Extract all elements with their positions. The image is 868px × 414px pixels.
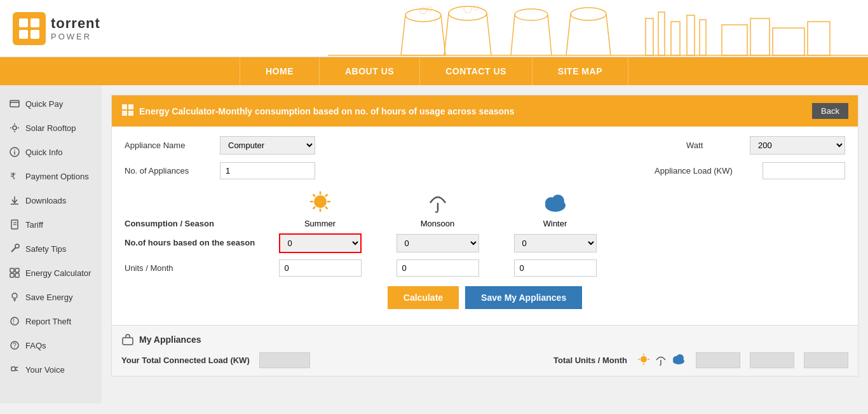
svg-point-48 (15, 244, 19, 248)
main-layout: Quick Pay Solar Rooftop Quick Info ₹ Pay… (0, 85, 868, 403)
svg-rect-66 (128, 111, 133, 116)
sidebar-item-saveenergy[interactable]: Save Energy (0, 285, 102, 309)
hours-row: No.of hours based on the season 0 1 2 3 … (125, 233, 845, 253)
svg-rect-25 (808, 22, 830, 55)
sidebar-label: Payment Options (25, 172, 89, 181)
svg-text:₹: ₹ (10, 171, 16, 181)
total-load-input[interactable] (259, 352, 310, 368)
logo-icon (13, 12, 46, 45)
summer-units-input[interactable] (279, 259, 362, 277)
winter-units-input[interactable] (514, 259, 597, 277)
svg-rect-51 (10, 273, 14, 277)
total-units-label: Total Units / Month (553, 355, 627, 365)
sidebar-label: Downloads (25, 196, 66, 205)
summer-hours-select[interactable]: 0 1 2 3 4 5 6 7 8 (279, 233, 362, 253)
rupee-icon: ₹ (9, 170, 20, 182)
umbrella-icon (425, 189, 451, 216)
cloud-icon (541, 191, 569, 216)
svg-rect-3 (31, 30, 39, 39)
logo-text: torrent POWER (51, 15, 100, 41)
sidebar-item-solar[interactable]: Solar Rooftop (0, 116, 102, 140)
svg-line-73 (325, 207, 328, 209)
watt-label: Watt (686, 141, 737, 150)
calculate-button[interactable]: Calculate (388, 286, 459, 309)
sidebar-item-faqs[interactable]: ? FAQs (0, 333, 102, 357)
summer-col-header: Summer (261, 189, 379, 228)
monsoon-hours-select[interactable]: 0 1 2 (397, 234, 479, 252)
svg-line-13 (548, 15, 552, 55)
monsoon-units-cell (379, 259, 496, 277)
summer-hours-cell: 0 1 2 3 4 5 6 7 8 (261, 233, 379, 253)
svg-rect-2 (19, 30, 28, 39)
svg-text:!: ! (13, 318, 15, 325)
sidebar-item-payment[interactable]: ₹ Payment Options (0, 164, 102, 188)
sidebar-item-yourvoice[interactable]: Your Voice (0, 357, 102, 382)
back-button[interactable]: Back (812, 103, 848, 119)
sidebar-item-quickpay[interactable]: Quick Pay (0, 92, 102, 116)
sidebar-item-quickinfo[interactable]: Quick Info (0, 140, 102, 164)
monsoon-label: Monsoon (421, 219, 454, 228)
sidebar-item-reporttheft[interactable]: ! Report Theft (0, 309, 102, 333)
my-appliances-header: My Appliances (121, 333, 848, 346)
svg-rect-19 (671, 22, 680, 55)
season-section: Consumption / Season (125, 189, 845, 277)
svg-point-53 (12, 293, 17, 298)
bulb-icon (9, 291, 20, 303)
svg-line-10 (487, 13, 491, 55)
monsoon-col-header: Monsoon (379, 189, 496, 228)
summer-total-input[interactable] (696, 352, 740, 368)
download-icon (9, 195, 20, 206)
appliance-load-input[interactable] (763, 162, 845, 179)
svg-line-16 (606, 14, 611, 55)
svg-point-40 (14, 149, 15, 151)
total-load-label: Your Total Connected Load (KW) (121, 355, 250, 365)
brand-name-bottom: POWER (51, 32, 100, 41)
appliances-count-row: No. of Appliances Appliance Load (KW) (125, 162, 845, 179)
svg-rect-49 (10, 268, 14, 272)
svg-line-75 (313, 207, 315, 209)
svg-rect-22 (722, 25, 747, 55)
nav-sitemap[interactable]: SITE MAP (532, 57, 628, 85)
watt-select[interactable]: 200 100 300 (750, 136, 845, 155)
sidebar-label: Save Energy (25, 293, 72, 302)
svg-rect-65 (122, 111, 127, 116)
svg-rect-63 (122, 104, 127, 109)
totals-row: Your Total Connected Load (KW) Total Uni… (121, 352, 848, 368)
monsoon-total-input[interactable] (750, 352, 794, 368)
calc-body: Appliance Name Computer Fan AC Light Wat… (112, 127, 858, 322)
content-area: Energy Calculator-Monthly consumption ba… (102, 85, 868, 403)
brand-name-top: torrent (51, 15, 100, 32)
nav-home[interactable]: HOME (240, 57, 320, 85)
no-of-appliances-input[interactable] (220, 162, 315, 179)
sidebar-item-safety[interactable]: Safety Tips (0, 237, 102, 261)
sidebar-item-tariff[interactable]: Tariff (0, 212, 102, 237)
nav-contact[interactable]: CONTACT US (420, 57, 532, 85)
save-appliances-button[interactable]: Save My Appliances (465, 286, 582, 309)
hours-label: No.of hours based on the season (125, 238, 261, 249)
svg-line-5 (401, 15, 405, 55)
appliance-name-select[interactable]: Computer Fan AC Light (220, 136, 315, 155)
units-label: Units / Month (125, 263, 261, 273)
winter-units-cell (496, 259, 614, 277)
nav-about[interactable]: ABOUT US (320, 57, 420, 85)
svg-rect-64 (128, 104, 133, 109)
winter-total-input[interactable] (804, 352, 848, 368)
report-icon: ! (9, 315, 20, 327)
consumption-season-label: Consumption / Season (125, 219, 261, 228)
svg-point-89 (676, 354, 684, 362)
sidebar-item-energy[interactable]: Energy Calculator (0, 261, 102, 285)
svg-point-67 (314, 195, 327, 208)
briefcase-icon (121, 333, 134, 346)
svg-point-79 (552, 195, 564, 207)
sidebar-label: Energy Calculator (25, 268, 91, 278)
winter-hours-select[interactable]: 0 1 2 (514, 234, 597, 252)
svg-rect-31 (10, 100, 19, 107)
svg-rect-24 (773, 28, 804, 55)
main-nav: HOME ABOUT US CONTACT US SITE MAP (0, 57, 868, 85)
svg-rect-21 (700, 20, 706, 55)
header-illustration (328, 0, 868, 57)
sidebar-label: Solar Rooftop (25, 123, 76, 133)
monsoon-units-input[interactable] (397, 259, 479, 277)
sidebar-item-downloads[interactable]: Downloads (0, 188, 102, 212)
svg-rect-23 (750, 18, 770, 55)
